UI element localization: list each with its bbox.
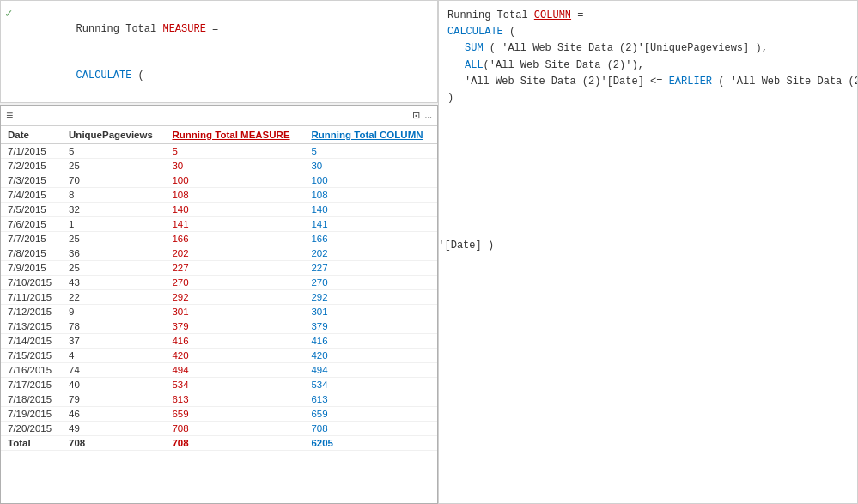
col-running-total-measure: Running Total MEASURE [165, 126, 304, 144]
right-code-line-3: SUM ( 'All Web Site Data (2)'[UniquePage… [447, 40, 849, 57]
right-code-line-4: ALL('All Web Site Data (2)'), [447, 58, 849, 74]
table-row: 7/18/201579613613 [1, 392, 437, 407]
col-uniquepageviews: UniquePageviews [62, 126, 165, 144]
table-row: 7/20/201549708708 [1, 422, 437, 436]
table-row: 7/12/20159301301 [1, 305, 437, 319]
data-table-container: ≡ ⊡ … Date UniquePageviews Running Total… [0, 105, 438, 504]
table-row: 7/10/201543270270 [1, 276, 437, 290]
table-row: 7/4/20158108108 [1, 188, 437, 203]
measure-keyword: MEASURE [162, 23, 205, 35]
toolbar-right-icons: ⊡ … [412, 108, 432, 123]
main-container: ✓ Running Total MEASURE = CALCULATE ( SU… [0, 0, 858, 504]
code-line-1: Running Total MEASURE = [9, 6, 429, 52]
table-body: 7/1/20155557/2/20152530307/3/20157010010… [1, 144, 437, 451]
image-icon[interactable]: ⊡ [412, 108, 419, 123]
left-panel: ✓ Running Total MEASURE = CALCULATE ( SU… [0, 0, 438, 504]
col-date: Date [1, 126, 62, 144]
table-row: 7/7/201525166166 [1, 232, 437, 246]
table-row: 7/5/201532140140 [1, 203, 437, 217]
table-toolbar: ≡ ⊡ … [1, 106, 437, 126]
right-code-line-6: ) [447, 90, 849, 106]
table-header-row: Date UniquePageviews Running Total MEASU… [1, 126, 437, 144]
right-code-line-2: CALCULATE ( [447, 24, 849, 40]
table-row: 7/13/201578379379 [1, 319, 437, 334]
right-sum-keyword: SUM [465, 42, 484, 54]
table-row: 7/2/2015253030 [1, 159, 437, 173]
table-row: 7/19/201546659659 [1, 407, 437, 422]
calculate-keyword: CALCULATE [76, 70, 132, 82]
earlier-keyword: EARLIER [669, 76, 712, 88]
table-row: 7/17/201540534534 [1, 378, 437, 392]
col-running-total-column: Running Total COLUMN [304, 126, 437, 144]
table-row: 7/1/2015555 [1, 144, 437, 159]
right-all-keyword: ALL [465, 59, 484, 71]
table-row: 7/16/201574494494 [1, 363, 437, 378]
column-keyword: COLUMN [534, 9, 571, 21]
table-total-row: Total7087086205 [1, 436, 437, 451]
table-row: 7/14/201537416416 [1, 334, 437, 349]
right-code-line-1: Running Total COLUMN = [447, 8, 849, 24]
table-row: 7/8/201536202202 [1, 246, 437, 261]
table-row: 7/9/201525227227 [1, 261, 437, 276]
table-row: 7/6/20151141141 [1, 217, 437, 232]
more-icon[interactable]: … [425, 108, 432, 123]
center-icon[interactable]: ≡ [6, 109, 13, 123]
table-row: 7/15/20154420420 [1, 349, 437, 363]
right-panel: Running Total COLUMN = CALCULATE ( SUM (… [438, 0, 858, 504]
data-table: Date UniquePageviews Running Total MEASU… [1, 126, 437, 451]
checkmark-icon: ✓ [5, 5, 12, 23]
right-calculate-keyword: CALCULATE [447, 26, 503, 38]
code-line-2: CALCULATE ( [9, 52, 429, 99]
table-row: 7/11/201522292292 [1, 290, 437, 305]
right-code-line-5: 'All Web Site Data (2)'[Date] <= EARLIER… [447, 74, 849, 90]
table-row: 7/3/201570100100 [1, 173, 437, 188]
code-editor-top: ✓ Running Total MEASURE = CALCULATE ( SU… [0, 0, 438, 103]
